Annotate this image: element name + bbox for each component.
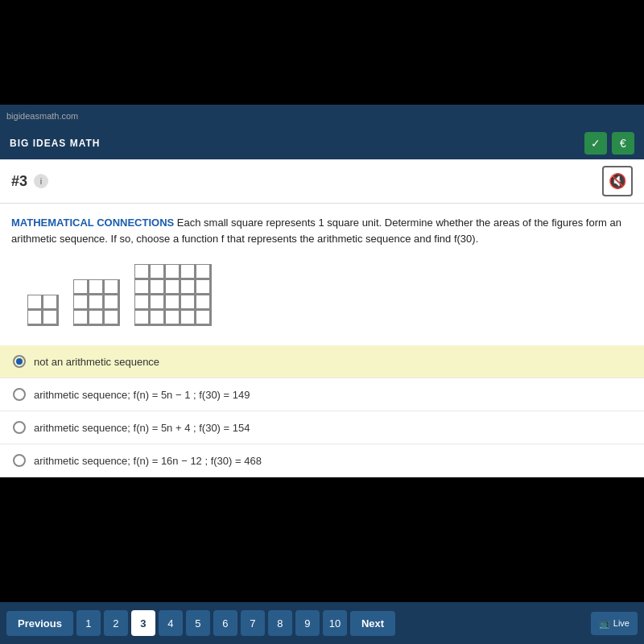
radio-a	[13, 355, 26, 368]
grid-cell	[105, 311, 118, 324]
grid-cell	[151, 265, 163, 278]
header-icons: ✓ €	[584, 132, 634, 155]
page-button-1[interactable]: 1	[76, 610, 101, 636]
page-button-5[interactable]: 5	[186, 610, 210, 636]
answer-option-d[interactable]: arithmetic sequence; f(n) = 16n − 12 ; f…	[0, 444, 644, 477]
grid-cell	[43, 295, 56, 308]
page-button-7[interactable]: 7	[241, 610, 265, 636]
answers-section: not an arithmetic sequence arithmetic se…	[0, 345, 644, 477]
question-header: #3 i 🔇	[0, 159, 644, 204]
grid-cell	[196, 265, 209, 278]
grid-cell	[151, 295, 163, 308]
page-button-9[interactable]: 9	[295, 610, 320, 636]
grid-figure-3	[134, 264, 212, 326]
header-euro-icon[interactable]: €	[612, 132, 634, 155]
page-button-10[interactable]: 10	[323, 610, 347, 636]
grid-cell	[89, 311, 102, 324]
grid-cell	[74, 280, 87, 293]
radio-a-inner	[16, 358, 23, 365]
grid-cell	[181, 280, 194, 293]
question-body: MATHEMATICAL CONNECTIONS Each small squa…	[0, 204, 644, 345]
answer-option-a[interactable]: not an arithmetic sequence	[0, 345, 644, 378]
page-button-6[interactable]: 6	[213, 610, 237, 636]
grid-cell	[181, 311, 194, 324]
live-button[interactable]: 📺 Live	[591, 612, 638, 635]
grid-cell	[89, 280, 102, 293]
question-title-bold: MATHEMATICAL CONNECTIONS	[11, 217, 174, 229]
grid-cell	[89, 295, 102, 308]
question-title: MATHEMATICAL CONNECTIONS Each small squa…	[11, 215, 633, 246]
grid-cell	[151, 280, 163, 293]
radio-c	[13, 421, 26, 434]
app-header: BIG IDEAS MATH ✓ €	[0, 127, 644, 159]
grid-cell	[196, 280, 209, 293]
browser-url: bigideasmath.com	[6, 111, 638, 121]
live-label: Live	[613, 618, 630, 628]
app-title: BIG IDEAS MATH	[10, 138, 100, 149]
header-check-icon[interactable]: ✓	[584, 132, 607, 155]
answer-text-b: arithmetic sequence; f(n) = 5n − 1 ; f(3…	[34, 389, 250, 401]
answer-text-d: arithmetic sequence; f(n) = 16n − 12 ; f…	[34, 455, 262, 467]
question-container: #3 i 🔇 MATHEMATICAL CONNECTIONS Each sma…	[0, 159, 644, 477]
answer-text-c: arithmetic sequence; f(n) = 5n + 4 ; f(3…	[34, 422, 250, 434]
grid-cell	[181, 295, 194, 308]
page-button-4[interactable]: 4	[159, 610, 183, 636]
grid-cell	[105, 295, 118, 308]
grid-cell	[196, 311, 209, 324]
page-button-2[interactable]: 2	[104, 610, 128, 636]
answer-text-a: not an arithmetic sequence	[34, 356, 159, 368]
radio-d	[13, 454, 26, 467]
previous-button[interactable]: Previous	[6, 611, 73, 636]
grid-cell	[74, 311, 87, 324]
grid-cell	[181, 265, 194, 278]
grid-cell	[105, 280, 118, 293]
grid-cell	[196, 295, 209, 308]
answer-option-b[interactable]: arithmetic sequence; f(n) = 5n − 1 ; f(3…	[0, 378, 644, 411]
grid-figure-1	[27, 295, 59, 326]
next-button[interactable]: Next	[350, 611, 395, 636]
grid-cell	[28, 295, 41, 308]
info-icon[interactable]: i	[34, 174, 48, 188]
radio-b	[13, 388, 26, 401]
grid-cell	[135, 280, 148, 293]
bottom-navigation: Previous 1 2 3 4 5 6 7 8 9 10 Next 📺 Liv…	[0, 602, 644, 644]
page-button-8[interactable]: 8	[268, 610, 292, 636]
live-icon: 📺	[599, 618, 610, 629]
speaker-button[interactable]: 🔇	[602, 166, 633, 196]
grid-cell	[166, 295, 179, 308]
page-button-3[interactable]: 3	[131, 610, 155, 636]
grids-row	[11, 256, 633, 339]
grid-cell	[135, 295, 148, 308]
grid-cell	[166, 265, 179, 278]
answer-option-c[interactable]: arithmetic sequence; f(n) = 5n + 4 ; f(3…	[0, 411, 644, 444]
grid-cell	[166, 311, 179, 324]
grid-figure-2	[73, 279, 120, 326]
grid-cell	[166, 280, 179, 293]
grid-cell	[151, 311, 163, 324]
grid-cell	[74, 295, 87, 308]
grid-cell	[43, 311, 56, 324]
grid-cell	[135, 311, 148, 324]
grid-cell	[28, 311, 41, 324]
grid-cell	[135, 265, 148, 278]
question-number: #3	[11, 173, 27, 190]
